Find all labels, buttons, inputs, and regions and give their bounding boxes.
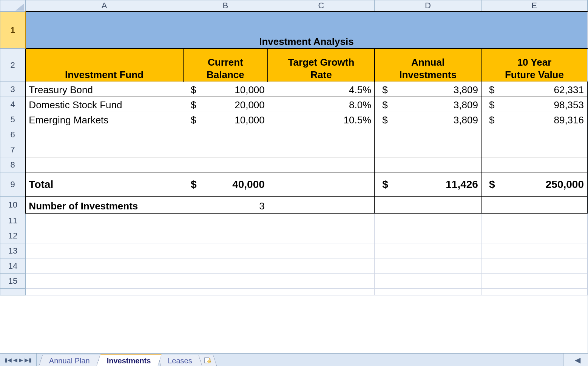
header-annual[interactable]: AnnualInvestments	[375, 49, 482, 82]
row-header-2[interactable]: 2	[0, 49, 26, 82]
row-6[interactable]: 6	[0, 127, 588, 142]
cell-B8[interactable]	[183, 157, 268, 172]
cell-C9[interactable]	[268, 172, 374, 197]
cell-A12[interactable]	[25, 228, 183, 243]
cell-B4[interactable]: $20,000	[183, 97, 268, 112]
cell-B10[interactable]: 3	[183, 197, 268, 213]
column-header-row[interactable]: A B C D E	[0, 0, 588, 12]
grid-area[interactable]: A B C D E 1 Investment Analysis 2 Invest…	[0, 0, 588, 353]
row-5[interactable]: 5 Emerging Markets $10,000 10.5% $3,809 …	[0, 112, 588, 127]
cell-D4[interactable]: $3,809	[375, 97, 482, 112]
select-all-triangle[interactable]	[0, 0, 26, 12]
cell-A14[interactable]	[25, 258, 183, 274]
cell-E9[interactable]: $250,000	[481, 172, 587, 197]
cell-E14[interactable]	[481, 258, 587, 274]
cell-B9[interactable]: $40,000	[183, 172, 268, 197]
cell-B11[interactable]	[183, 213, 268, 228]
cell-E7[interactable]	[481, 142, 587, 157]
cell-E4[interactable]: $98,353	[481, 97, 587, 112]
cell-A9[interactable]: Total	[25, 172, 183, 197]
cell-E8[interactable]	[481, 157, 587, 172]
cell-E6[interactable]	[481, 127, 587, 142]
header-future[interactable]: 10 YearFuture Value	[481, 49, 587, 82]
row-header-10[interactable]: 10	[0, 197, 26, 213]
cell-A15[interactable]	[25, 274, 183, 289]
cell-D10[interactable]	[375, 197, 482, 213]
cell-C12[interactable]	[268, 228, 374, 243]
cell-D3[interactable]: $3,809	[375, 82, 482, 97]
cell-A5[interactable]: Emerging Markets	[25, 112, 183, 127]
row-10[interactable]: 10 Number of Investments 3	[0, 197, 588, 213]
row-header-1[interactable]: 1	[0, 12, 26, 49]
cell-A8[interactable]	[25, 157, 183, 172]
cell-A13[interactable]	[25, 243, 183, 258]
cell-E11[interactable]	[481, 213, 587, 228]
cell-D5[interactable]: $3,809	[375, 112, 482, 127]
cell-A4[interactable]: Domestic Stock Fund	[25, 97, 183, 112]
worksheet-grid[interactable]: A B C D E 1 Investment Analysis 2 Invest…	[0, 0, 588, 295]
header-balance[interactable]: CurrentBalance	[183, 49, 268, 82]
cell-E12[interactable]	[481, 228, 587, 243]
prev-sheet-icon[interactable]: ◀	[13, 357, 17, 363]
cell-C10[interactable]	[268, 197, 374, 213]
row-13[interactable]: 13	[0, 243, 588, 258]
row-header-8[interactable]: 8	[0, 157, 26, 172]
cell-D15[interactable]	[375, 274, 482, 289]
cell-B5[interactable]: $10,000	[183, 112, 268, 127]
row-2[interactable]: 2 Investment Fund CurrentBalance Target …	[0, 49, 588, 82]
cell-A6[interactable]	[25, 127, 183, 142]
first-sheet-icon[interactable]: ▮◀	[5, 357, 12, 363]
cell-C5[interactable]: 10.5%	[268, 112, 374, 127]
row-4[interactable]: 4 Domestic Stock Fund $20,000 8.0% $3,80…	[0, 97, 588, 112]
cell-A3[interactable]: Treasury Bond	[25, 82, 183, 97]
row-header-11[interactable]: 11	[0, 213, 26, 228]
cell-D14[interactable]	[375, 258, 482, 274]
row-3[interactable]: 3 Treasury Bond $10,000 4.5% $3,809 $62,…	[0, 82, 588, 97]
row-header-13[interactable]: 13	[0, 243, 26, 258]
cell-E10[interactable]	[481, 197, 587, 213]
new-sheet-button[interactable]	[198, 355, 217, 366]
cell-D13[interactable]	[375, 243, 482, 258]
cell-E16[interactable]	[481, 289, 587, 295]
row-header-16[interactable]	[0, 289, 26, 295]
cell-C13[interactable]	[268, 243, 374, 258]
cell-C8[interactable]	[268, 157, 374, 172]
row-8[interactable]: 8	[0, 157, 588, 172]
cell-E5[interactable]: $89,316	[481, 112, 587, 127]
row-11[interactable]: 11	[0, 213, 588, 228]
tab-annual-plan[interactable]: Annual Plan	[39, 355, 100, 366]
row-15[interactable]: 15	[0, 274, 588, 289]
row-1[interactable]: 1 Investment Analysis	[0, 12, 588, 49]
cell-A10[interactable]: Number of Investments	[25, 197, 183, 213]
cell-C16[interactable]	[268, 289, 374, 295]
row-header-5[interactable]: 5	[0, 112, 26, 127]
cell-B14[interactable]	[183, 258, 268, 274]
cell-D7[interactable]	[375, 142, 482, 157]
cell-B6[interactable]	[183, 127, 268, 142]
cell-A7[interactable]	[25, 142, 183, 157]
last-sheet-icon[interactable]: ▶▮	[25, 357, 32, 363]
row-header-4[interactable]: 4	[0, 97, 26, 112]
row-header-9[interactable]: 9	[0, 172, 26, 197]
cell-B13[interactable]	[183, 243, 268, 258]
cell-B7[interactable]	[183, 142, 268, 157]
col-header-A[interactable]: A	[25, 0, 183, 12]
cell-B16[interactable]	[183, 289, 268, 295]
row-9[interactable]: 9 Total $40,000 $11,426 $250,000	[0, 172, 588, 197]
row-header-14[interactable]: 14	[0, 258, 26, 274]
cell-D9[interactable]: $11,426	[375, 172, 482, 197]
cell-D16[interactable]	[375, 289, 482, 295]
cell-A11[interactable]	[25, 213, 183, 228]
cell-C4[interactable]: 8.0%	[268, 97, 374, 112]
row-16-partial[interactable]	[0, 289, 588, 295]
cell-B3[interactable]: $10,000	[183, 82, 268, 97]
row-14[interactable]: 14	[0, 258, 588, 274]
cell-D12[interactable]	[375, 228, 482, 243]
scroll-left-icon[interactable]: ◀	[567, 354, 588, 366]
cell-C7[interactable]	[268, 142, 374, 157]
cell-C14[interactable]	[268, 258, 374, 274]
next-sheet-icon[interactable]: ▶	[19, 357, 23, 363]
col-header-E[interactable]: E	[481, 0, 587, 12]
header-rate[interactable]: Target GrowthRate	[268, 49, 374, 82]
cell-D11[interactable]	[375, 213, 482, 228]
